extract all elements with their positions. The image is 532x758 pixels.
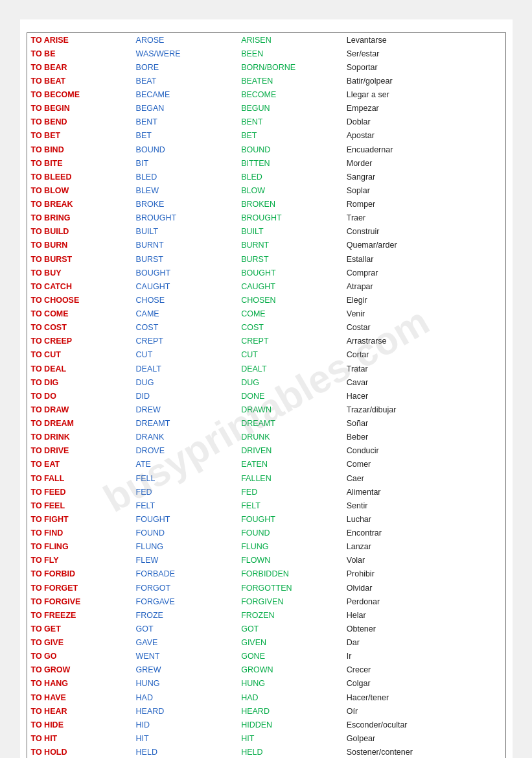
- infinitive-cell: TO BEND: [27, 115, 132, 129]
- table-row: TO BEGIN BEGAN BEGUN Empezar: [27, 102, 505, 115]
- past-simple-cell: HUNG: [132, 677, 238, 691]
- past-simple-cell: HIT: [132, 731, 238, 745]
- spanish-cell: Quemar/arder: [343, 239, 505, 252]
- past-simple-cell: FORGAVE: [132, 595, 238, 608]
- past-simple-cell: GREW: [132, 663, 238, 677]
- table-row: TO HEAR HEARD HEARD Oír: [27, 704, 505, 718]
- table-row: TO ARISE AROSE ARISEN Levantarse: [27, 33, 505, 47]
- past-participle-cell: DUG: [237, 375, 343, 389]
- past-participle-cell: BLOW: [237, 184, 343, 197]
- spanish-cell: Hacer: [343, 389, 505, 403]
- table-row: TO BEAR BORE BORN/BORNE Soportar: [27, 60, 505, 74]
- past-participle-cell: FROZEN: [237, 608, 343, 622]
- infinitive-cell: TO DREAM: [27, 417, 132, 431]
- past-participle-cell: FELT: [237, 499, 343, 512]
- infinitive-cell: TO BURN: [27, 239, 132, 252]
- past-participle-cell: BOUND: [237, 143, 343, 156]
- past-simple-cell: BOUND: [132, 143, 238, 156]
- past-simple-cell: FROZE: [132, 608, 238, 622]
- past-participle-cell: BOUGHT: [237, 266, 343, 279]
- past-simple-cell: HID: [132, 718, 238, 731]
- past-simple-cell: BECAME: [132, 88, 238, 102]
- table-row: TO GIVE GAVE GIVEN Dar: [27, 636, 505, 650]
- infinitive-cell: TO FREEZE: [27, 608, 132, 622]
- table-row: TO BLEED BLED BLED Sangrar: [27, 170, 505, 184]
- infinitive-cell: TO EAT: [27, 458, 132, 471]
- past-participle-cell: FOUGHT: [237, 512, 343, 526]
- past-participle-cell: BEGUN: [237, 102, 343, 115]
- infinitive-cell: TO ARISE: [27, 33, 132, 47]
- past-participle-cell: BROUGHT: [237, 211, 343, 225]
- spanish-cell: Cavar: [343, 375, 505, 389]
- spanish-cell: Esconder/ocultar: [343, 718, 505, 731]
- table-row: TO FORGET FORGOT FORGOTTEN Olvidar: [27, 581, 505, 595]
- spanish-cell: Caer: [343, 471, 505, 485]
- past-simple-cell: BLEW: [132, 184, 238, 197]
- past-simple-cell: FELT: [132, 499, 238, 512]
- table-row: TO HOLD HELD HELD Sostener/contener: [27, 746, 505, 759]
- past-simple-cell: FOUGHT: [132, 512, 238, 526]
- infinitive-cell: TO CATCH: [27, 279, 132, 293]
- past-simple-cell: BORE: [132, 60, 238, 74]
- past-simple-cell: BENT: [132, 115, 238, 129]
- table-row: TO FEED FED FED Alimentar: [27, 485, 505, 499]
- table-row: TO DIG DUG DUG Cavar: [27, 375, 505, 389]
- table-row: TO FREEZE FROZE FROZEN Helar: [27, 608, 505, 622]
- spanish-cell: Prohibir: [343, 567, 505, 581]
- infinitive-cell: TO HIDE: [27, 718, 132, 731]
- past-simple-cell: FED: [132, 485, 238, 499]
- past-participle-cell: FORBIDDEN: [237, 567, 343, 581]
- infinitive-cell: TO DIG: [27, 375, 132, 389]
- spanish-cell: Luchar: [343, 512, 505, 526]
- infinitive-cell: TO COME: [27, 307, 132, 321]
- past-simple-cell: GAVE: [132, 636, 238, 650]
- spanish-cell: Levantarse: [343, 33, 505, 47]
- infinitive-cell: TO BUILD: [27, 225, 132, 239]
- past-participle-cell: FOUND: [237, 527, 343, 540]
- infinitive-cell: TO BURST: [27, 252, 132, 266]
- past-participle-cell: BROKEN: [237, 198, 343, 211]
- infinitive-cell: TO FORGIVE: [27, 595, 132, 608]
- table-row: TO DRIVE DROVE DRIVEN Conducir: [27, 444, 505, 458]
- spanish-cell: Sostener/contener: [343, 746, 505, 759]
- infinitive-cell: TO BE: [27, 47, 132, 60]
- past-participle-cell: BITTEN: [237, 156, 343, 170]
- past-participle-cell: GIVEN: [237, 636, 343, 650]
- infinitive-cell: TO BIND: [27, 143, 132, 156]
- spanish-cell: Construir: [343, 225, 505, 239]
- spanish-cell: Sangrar: [343, 170, 505, 184]
- past-participle-cell: HIDDEN: [237, 718, 343, 731]
- table-row: TO FLING FLUNG FLUNG Lanzar: [27, 540, 505, 554]
- past-simple-cell: DREW: [132, 403, 238, 416]
- past-participle-cell: GROWN: [237, 663, 343, 677]
- past-simple-cell: FORGOT: [132, 581, 238, 595]
- table-row: TO BEND BENT BENT Doblar: [27, 115, 505, 129]
- infinitive-cell: TO GIVE: [27, 636, 132, 650]
- spanish-cell: Tratar: [343, 362, 505, 375]
- spanish-cell: Llegar a ser: [343, 88, 505, 102]
- spanish-cell: Trazar/dibujar: [343, 403, 505, 416]
- table-row: TO GET GOT GOT Obtener: [27, 622, 505, 635]
- table-row: TO FLY FLEW FLOWN Volar: [27, 554, 505, 567]
- past-simple-cell: HELD: [132, 746, 238, 759]
- past-simple-cell: DID: [132, 389, 238, 403]
- infinitive-cell: TO BLOW: [27, 184, 132, 197]
- past-simple-cell: BLED: [132, 170, 238, 184]
- spanish-cell: Arrastrarse: [343, 335, 505, 348]
- past-simple-cell: BIT: [132, 156, 238, 170]
- infinitive-cell: TO FLY: [27, 554, 132, 567]
- past-simple-cell: DEALT: [132, 362, 238, 375]
- past-participle-cell: FORGIVEN: [237, 595, 343, 608]
- past-participle-cell: FORGOTTEN: [237, 581, 343, 595]
- infinitive-cell: TO HEAR: [27, 704, 132, 718]
- table-row: TO CUT CUT CUT Cortar: [27, 348, 505, 362]
- spanish-cell: Morder: [343, 156, 505, 170]
- past-simple-cell: DREAMT: [132, 417, 238, 431]
- past-simple-cell: FLUNG: [132, 540, 238, 554]
- table-row: TO BET BET BET Apostar: [27, 129, 505, 143]
- past-simple-cell: CAUGHT: [132, 279, 238, 293]
- past-simple-cell: BEGAN: [132, 102, 238, 115]
- table-row: TO FALL FELL FALLEN Caer: [27, 471, 505, 485]
- table-row: TO GROW GREW GROWN Crecer: [27, 663, 505, 677]
- past-participle-cell: COME: [237, 307, 343, 321]
